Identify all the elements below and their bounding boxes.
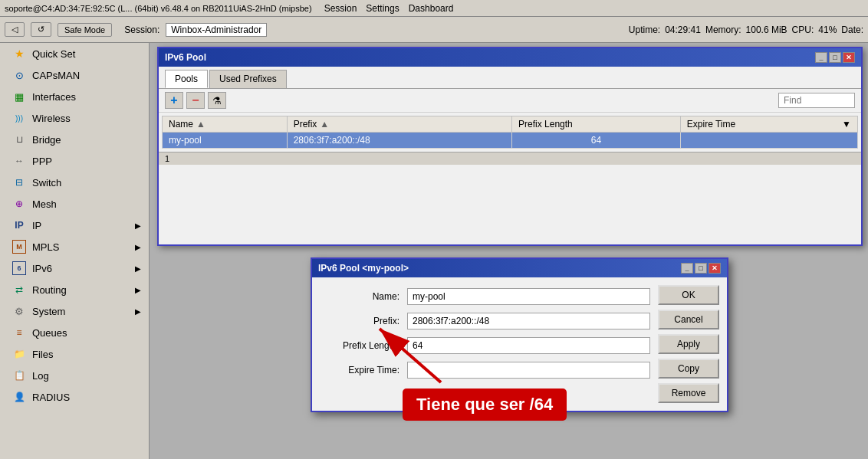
ipv6-pool-dialog: IPv6 Pool <my-pool> _ □ ✕ Name: Prefix: — [311, 257, 728, 412]
back-button[interactable]: ◁ — [5, 22, 25, 37]
sidebar-item-system[interactable]: ⚙ System ▶ — [0, 300, 149, 322]
prefix-length-input[interactable] — [407, 337, 650, 354]
sidebar-item-queues[interactable]: ≡ Queues — [0, 322, 149, 343]
top-bar: soporte@C4:AD:34:7E:92:5C (L... (64bit) … — [0, 0, 868, 17]
find-input[interactable] — [778, 93, 855, 108]
sidebar-item-routing[interactable]: ⇄ Routing ▶ — [0, 279, 149, 300]
pool-table: Name▲ Prefix▲ Prefix Length Expire Time … — [162, 116, 858, 149]
tabs: Pools Used Prefixes — [159, 67, 861, 89]
ipv6-pool-title: IPv6 Pool — [165, 52, 206, 63]
session-value: Winbox-Administrador — [166, 23, 267, 37]
close-button[interactable]: ✕ — [843, 52, 855, 63]
dialog-fields: Name: Prefix: Prefix Length: Expire Time… — [312, 277, 650, 411]
col-prefix-length[interactable]: Prefix Length — [512, 116, 681, 133]
app-title: soporte@C4:AD:34:7E:92:5C (L... (64bit) … — [5, 4, 312, 13]
dialog-buttons-column: OK Cancel Apply Copy Remove — [650, 277, 727, 411]
apply-button[interactable]: Apply — [658, 334, 719, 354]
sidebar-item-label: Switch — [32, 177, 61, 189]
dialog-close-button[interactable]: ✕ — [709, 263, 721, 274]
window-toolbar: + − ⚗ — [159, 89, 861, 113]
dialog-title: IPv6 Pool <my-pool> — [318, 263, 409, 274]
add-button[interactable]: + — [165, 92, 183, 109]
expire-time-row: Expire Time: — [323, 362, 650, 379]
status-bar: 1 — [159, 152, 861, 165]
sidebar-item-capsman[interactable]: ⊙ CAPsMAN — [0, 64, 149, 86]
session-label: Session: — [124, 25, 159, 35]
date-label: Date: — [841, 25, 863, 35]
sidebar-item-label: RADIUS — [32, 392, 70, 403]
safe-mode-button[interactable]: Safe Mode — [58, 23, 112, 37]
menu-session[interactable]: Session — [324, 3, 357, 14]
uptime-value: 04:29:41 — [665, 25, 701, 35]
system-arrow: ▶ — [135, 307, 141, 316]
routing-arrow: ▶ — [135, 286, 141, 294]
sidebar-item-ip[interactable]: IP IP ▶ — [0, 215, 149, 236]
wireless-icon: ))) — [12, 111, 26, 125]
star-icon: ★ — [12, 47, 26, 61]
table-container: Name▲ Prefix▲ Prefix Length Expire Time … — [159, 113, 861, 152]
prefix-input[interactable] — [407, 313, 650, 329]
col-prefix[interactable]: Prefix▲ — [287, 116, 511, 133]
tab-pools[interactable]: Pools — [165, 70, 208, 88]
tab-used-prefixes[interactable]: Used Prefixes — [209, 70, 287, 88]
name-input[interactable] — [407, 288, 650, 305]
sidebar-item-bridge[interactable]: ⊔ Bridge — [0, 129, 149, 150]
col-name[interactable]: Name▲ — [163, 116, 288, 133]
uptime-section: Uptime: 04:29:41 Memory: 100.6 MiB CPU: … — [629, 25, 863, 35]
sidebar-item-mpls[interactable]: M MPLS ▶ — [0, 236, 149, 257]
name-row: Name: — [323, 288, 650, 305]
remove-button[interactable]: Remove — [658, 383, 719, 403]
sidebar-item-label: PPP — [32, 156, 52, 167]
bridge-icon: ⊔ — [12, 133, 26, 146]
maximize-button[interactable]: □ — [829, 52, 841, 63]
cancel-button[interactable]: Cancel — [658, 310, 719, 329]
sidebar-item-radius[interactable]: 👤 RADIUS — [0, 386, 149, 408]
sidebar-item-label: Quick Set — [32, 48, 75, 60]
main-layout: ★ Quick Set ⊙ CAPsMAN ▦ Interfaces ))) W… — [0, 43, 868, 459]
sidebar-item-quick-set[interactable]: ★ Quick Set — [0, 43, 149, 64]
dialog-maximize-button[interactable]: □ — [695, 263, 707, 274]
cell-name: my-pool — [163, 133, 288, 149]
sidebar-item-label: MPLS — [32, 241, 59, 253]
refresh-button[interactable]: ↺ — [31, 22, 51, 37]
sidebar-item-label: Mesh — [32, 198, 57, 210]
sidebar-item-log[interactable]: 📋 Log — [0, 365, 149, 386]
sidebar-item-ipv6[interactable]: 6 IPv6 ▶ — [0, 257, 149, 279]
sidebar-item-interfaces[interactable]: ▦ Interfaces — [0, 86, 149, 107]
menu-settings[interactable]: Settings — [366, 3, 399, 14]
content-area: IPv6 Pool _ □ ✕ Pools Used Prefixes + − … — [150, 43, 868, 459]
sidebar-item-ppp[interactable]: ↔ PPP — [0, 150, 149, 172]
prefix-length-label: Prefix Length: — [323, 340, 407, 351]
menu-dashboard[interactable]: Dashboard — [409, 3, 454, 14]
dialog-content: Name: Prefix: Prefix Length: Expire Time… — [312, 277, 727, 411]
sidebar-item-label: IPv6 — [32, 263, 52, 274]
sidebar-item-switch[interactable]: ⊟ Switch — [0, 172, 149, 193]
uptime-label: Uptime: — [629, 25, 660, 35]
sidebar-item-files[interactable]: 📁 Files — [0, 343, 149, 365]
table-row[interactable]: my-pool 2806:3f7:a200::/48 64 — [163, 133, 858, 149]
system-icon: ⚙ — [12, 304, 26, 318]
log-icon: 📋 — [12, 369, 26, 382]
cell-prefix-length: 64 — [512, 133, 681, 149]
ip-icon: IP — [12, 218, 26, 232]
mpls-icon: M — [12, 240, 26, 254]
expire-time-input[interactable] — [407, 362, 650, 379]
dialog-minimize-button[interactable]: _ — [681, 263, 693, 274]
minimize-button[interactable]: _ — [815, 52, 827, 63]
sidebar-item-label: Log — [32, 370, 49, 382]
col-expire-time[interactable]: Expire Time ▼ — [680, 116, 857, 133]
sidebar-item-mesh[interactable]: ⊕ Mesh — [0, 193, 149, 215]
remove-button[interactable]: − — [186, 92, 205, 109]
ok-button[interactable]: OK — [658, 285, 719, 305]
prefix-label: Prefix: — [323, 316, 407, 326]
top-menu: Session Settings Dashboard — [324, 3, 454, 14]
filter-button[interactable]: ⚗ — [208, 92, 226, 109]
mpls-arrow: ▶ — [135, 243, 141, 251]
radius-icon: 👤 — [12, 390, 26, 404]
sidebar-item-wireless[interactable]: ))) Wireless — [0, 107, 149, 129]
copy-button[interactable]: Copy — [658, 359, 719, 379]
switch-icon: ⊟ — [12, 175, 26, 189]
cell-prefix: 2806:3f7:a200::/48 — [287, 133, 511, 149]
ipv6-pool-titlebar: IPv6 Pool _ □ ✕ — [159, 48, 861, 67]
ipv6-arrow: ▶ — [135, 264, 141, 273]
